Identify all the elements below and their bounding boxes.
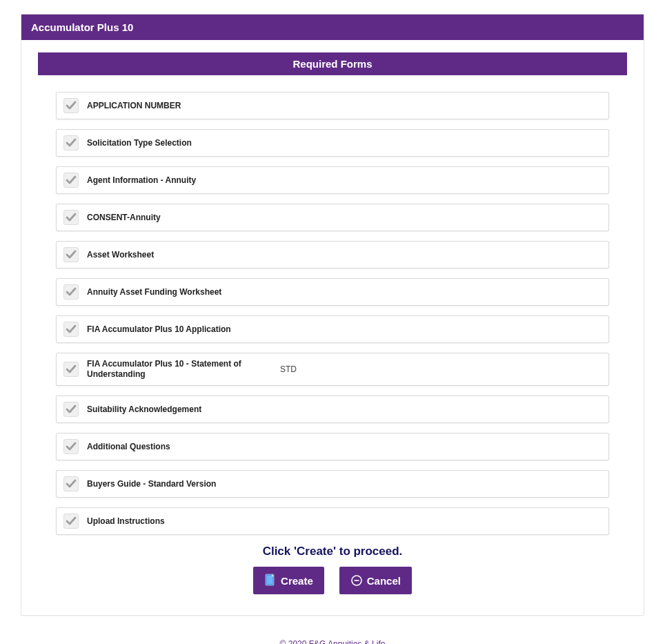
page-title: Accumulator Plus 10	[21, 14, 644, 40]
section-title: Required Forms	[38, 52, 627, 75]
form-label: Asset Worksheet	[87, 250, 602, 260]
form-row[interactable]: CONSENT-Annuity	[56, 204, 609, 231]
check-icon	[63, 284, 79, 300]
footer-text: © 2020 F&G Annuities & Life	[0, 639, 665, 644]
cancel-button[interactable]: Cancel	[339, 567, 412, 594]
form-list: APPLICATION NUMBERSolicitation Type Sele…	[56, 92, 609, 535]
check-icon	[63, 476, 79, 491]
form-row[interactable]: APPLICATION NUMBER	[56, 92, 609, 119]
svg-rect-1	[267, 576, 273, 585]
form-row[interactable]: Annuity Asset Funding Worksheet	[56, 278, 609, 306]
button-row: Create Cancel	[38, 567, 627, 594]
instruction-text: Click 'Create' to proceed.	[38, 545, 627, 558]
form-label: Buyers Guide - Standard Version	[87, 479, 602, 489]
form-label: Agent Information - Annuity	[87, 175, 602, 186]
check-icon	[63, 514, 79, 529]
form-row[interactable]: FIA Accumulator Plus 10 - Statement of U…	[56, 353, 609, 386]
form-row[interactable]: FIA Accumulator Plus 10 Application	[56, 315, 609, 343]
form-row[interactable]: Additional Questions	[56, 433, 609, 460]
form-label: Upload Instructions	[87, 516, 602, 527]
form-row[interactable]: Agent Information - Annuity	[56, 166, 609, 194]
form-label: FIA Accumulator Plus 10 Application	[87, 324, 602, 335]
cancel-icon	[350, 574, 363, 587]
cancel-button-label: Cancel	[367, 575, 401, 587]
check-icon	[63, 402, 79, 417]
form-label: Solicitation Type Selection	[87, 138, 602, 148]
form-row[interactable]: Solicitation Type Selection	[56, 129, 609, 157]
check-icon	[63, 362, 79, 377]
check-icon	[63, 210, 79, 225]
form-row[interactable]: Upload Instructions	[56, 507, 609, 535]
check-icon	[63, 135, 79, 150]
check-icon	[63, 247, 79, 262]
panel-body: Required Forms APPLICATION NUMBERSolicit…	[21, 40, 644, 615]
form-label: APPLICATION NUMBER	[87, 101, 602, 111]
check-icon	[63, 173, 79, 188]
form-label: Additional Questions	[87, 442, 602, 452]
form-label: FIA Accumulator Plus 10 - Statement of U…	[87, 359, 280, 380]
form-label: Suitability Acknowledgement	[87, 404, 602, 415]
form-row[interactable]: Asset Worksheet	[56, 241, 609, 269]
create-button[interactable]: Create	[253, 567, 324, 594]
document-icon	[264, 574, 277, 587]
check-icon	[63, 439, 79, 454]
main-panel: Accumulator Plus 10 Required Forms APPLI…	[21, 14, 644, 616]
form-row[interactable]: Buyers Guide - Standard Version	[56, 470, 609, 498]
check-icon	[63, 322, 79, 337]
form-label: Annuity Asset Funding Worksheet	[87, 287, 602, 297]
create-button-label: Create	[281, 575, 313, 587]
form-row[interactable]: Suitability Acknowledgement	[56, 396, 609, 423]
check-icon	[63, 98, 79, 113]
form-label: CONSENT-Annuity	[87, 213, 602, 223]
form-suffix: STD	[280, 364, 545, 374]
